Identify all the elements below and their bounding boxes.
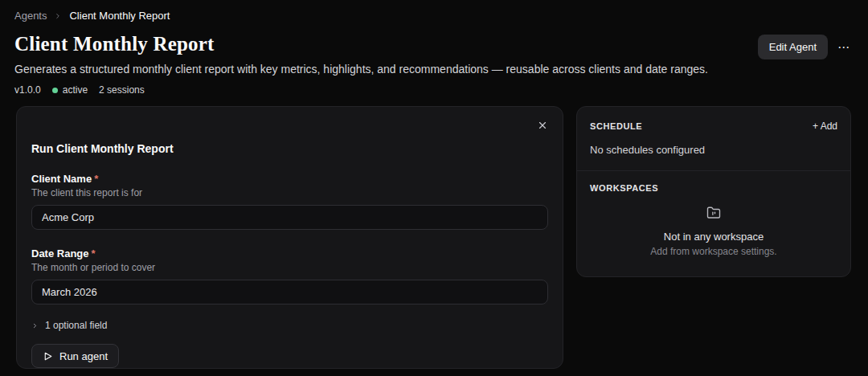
close-button[interactable] (534, 116, 551, 134)
status-dot-icon (52, 88, 58, 93)
field-client-name: Client Name* The client this report is f… (31, 173, 548, 230)
page-title: Client Monthly Report (14, 33, 852, 55)
chevron-right-icon (54, 12, 62, 20)
main-content: Run Client Monthly Report Client Name* T… (0, 106, 868, 369)
workspace-folder-icon (706, 206, 721, 223)
schedule-section: SCHEDULE + Add No schedules configured (577, 107, 850, 170)
agent-description: Generates a structured monthly client re… (14, 63, 852, 76)
add-schedule-button[interactable]: + Add (813, 119, 837, 133)
field-helper: The client this report is for (31, 187, 548, 198)
optional-fields-toggle[interactable]: 1 optional field (31, 320, 107, 331)
field-label: Client Name* (31, 173, 548, 185)
workspaces-empty-state: Not in any workspace Add from workspace … (590, 206, 837, 262)
required-asterisk: * (92, 247, 96, 260)
field-label: Date Range* (31, 247, 548, 260)
field-label-text: Date Range (31, 247, 89, 260)
workspaces-title: WORKSPACES (590, 183, 658, 193)
schedule-empty-text: No schedules configured (590, 144, 837, 156)
field-date-range: Date Range* The month or period to cover (31, 247, 548, 304)
workspaces-empty-title: Not in any workspace (664, 231, 764, 243)
agent-detail-page: Agents Client Monthly Report Client Mont… (0, 0, 868, 376)
workspaces-section: WORKSPACES Not in any workspace Add from… (577, 171, 850, 276)
run-agent-button[interactable]: Run agent (31, 344, 119, 368)
breadcrumb-agents-link[interactable]: Agents (14, 10, 47, 22)
more-options-button[interactable]: ⋯ (836, 38, 852, 56)
close-icon (537, 120, 548, 131)
chevron-right-icon (31, 322, 39, 329)
status-label: active (63, 84, 88, 96)
status-badge: active (52, 84, 88, 96)
breadcrumb: Agents Client Monthly Report (14, 10, 852, 22)
run-agent-card: Run Client Monthly Report Client Name* T… (16, 106, 563, 369)
field-helper: The month or period to cover (31, 262, 548, 273)
sessions-count: 2 sessions (99, 84, 145, 96)
breadcrumb-current: Client Monthly Report (69, 10, 170, 22)
agent-side-panel: SCHEDULE + Add No schedules configured W… (576, 106, 851, 277)
run-agent-label: Run agent (59, 350, 108, 362)
schedule-header: SCHEDULE + Add (590, 119, 837, 133)
client-name-input[interactable] (31, 205, 548, 230)
header-actions: Edit Agent ⋯ (758, 35, 852, 59)
date-range-input[interactable] (31, 280, 548, 304)
optional-fields-label: 1 optional field (45, 320, 107, 331)
workspaces-header: WORKSPACES (590, 183, 837, 193)
required-asterisk: * (94, 173, 98, 185)
agent-version: v1.0.0 (14, 84, 41, 96)
edit-agent-button[interactable]: Edit Agent (758, 35, 828, 59)
page-header: Agents Client Monthly Report Client Mont… (0, 0, 868, 96)
agent-meta-row: v1.0.0 active 2 sessions (14, 84, 852, 96)
field-label-text: Client Name (31, 173, 92, 185)
play-icon (43, 351, 53, 362)
workspaces-empty-subtitle: Add from workspace settings. (650, 246, 776, 257)
run-card-title: Run Client Monthly Report (31, 142, 548, 155)
schedule-title: SCHEDULE (590, 121, 642, 131)
